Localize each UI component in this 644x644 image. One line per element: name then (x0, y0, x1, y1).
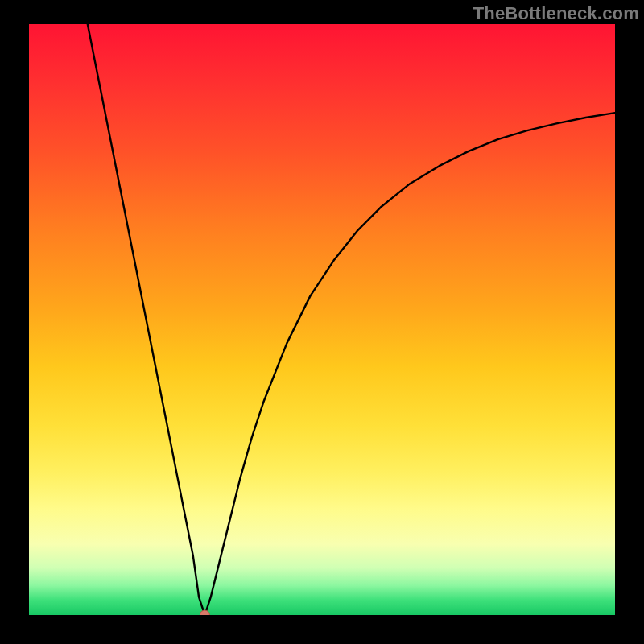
curve-layer (29, 24, 615, 615)
attribution-text: TheBottleneck.com (473, 3, 639, 24)
bottleneck-curve (88, 24, 615, 615)
chart-frame: TheBottleneck.com (0, 0, 644, 644)
optimum-marker (200, 610, 209, 615)
